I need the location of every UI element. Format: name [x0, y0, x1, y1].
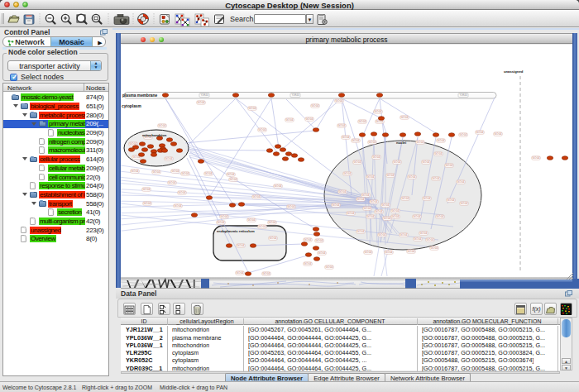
svg-text:GO:04: GO:04 [338, 124, 346, 127]
svg-text:GO:04: GO:04 [457, 180, 465, 184]
svg-text:GO:04: GO:04 [153, 170, 160, 174]
svg-text:GO:04: GO:04 [394, 160, 401, 164]
svg-text:GO:04: GO:04 [357, 198, 365, 201]
svg-text:GO:04: GO:04 [401, 116, 409, 119]
svg-text:GO:04: GO:04 [172, 170, 179, 173]
svg-text:GO:04: GO:04 [326, 265, 333, 269]
svg-text:GO:04: GO:04 [375, 110, 382, 113]
svg-text:GO:04: GO:04 [263, 272, 270, 275]
svg-text:GO:04: GO:04 [533, 156, 540, 160]
svg-text:GO:04: GO:04 [373, 155, 380, 159]
svg-text:GO:04: GO:04 [371, 200, 378, 203]
svg-text:GO:04: GO:04 [437, 215, 444, 218]
svg-text:mitochondrion: mitochondrion [142, 133, 167, 137]
svg-text:GO:04: GO:04 [198, 101, 205, 104]
svg-text:GO:04: GO:04 [249, 107, 256, 110]
svg-text:GO:04: GO:04 [433, 177, 440, 180]
svg-text:GO:04: GO:04 [205, 172, 213, 175]
svg-text:unassigned: unassigned [504, 69, 524, 74]
svg-text:GO:04: GO:04 [342, 136, 350, 139]
svg-text:GO:04: GO:04 [376, 210, 383, 213]
svg-text:GO:04: GO:04 [402, 197, 409, 200]
svg-text:GO:04: GO:04 [376, 120, 384, 123]
svg-text:GO:04: GO:04 [400, 233, 408, 237]
svg-text:GO:04: GO:04 [304, 238, 312, 241]
svg-text:YLR44: YLR44 [200, 93, 208, 97]
svg-text:GO:04: GO:04 [288, 205, 295, 208]
svg-text:GO:04: GO:04 [364, 207, 371, 210]
svg-text:GO:04: GO:04 [417, 141, 424, 144]
svg-text:GO:04: GO:04 [409, 175, 416, 179]
svg-text:GO:04: GO:04 [408, 250, 415, 253]
svg-text:GO:04: GO:04 [179, 191, 186, 194]
svg-text:GO:04: GO:04 [182, 172, 189, 175]
svg-text:GO:04: GO:04 [447, 198, 455, 202]
svg-text:GO:04: GO:04 [270, 237, 277, 240]
svg-text:GO:04: GO:04 [352, 139, 360, 142]
svg-text:GO:04: GO:04 [248, 218, 256, 222]
svg-text:GO:04: GO:04 [259, 225, 266, 228]
svg-text:GO:04: GO:04 [379, 233, 386, 237]
svg-text:GO:04: GO:04 [143, 188, 151, 191]
svg-text:GO:04: GO:04 [369, 141, 376, 144]
svg-text:GO:04: GO:04 [169, 181, 176, 184]
svg-text:GO:04: GO:04 [259, 128, 266, 131]
svg-text:GO:04: GO:04 [385, 251, 393, 254]
svg-text:GO:04: GO:04 [414, 237, 422, 241]
svg-text:GO:04: GO:04 [367, 175, 375, 179]
svg-text:cytoplasm: cytoplasm [122, 104, 141, 108]
svg-text:GO:04: GO:04 [392, 209, 400, 213]
svg-text:GO:04: GO:04 [423, 160, 430, 164]
svg-text:GO:04: GO:04 [227, 173, 235, 176]
svg-text:GO:04: GO:04 [275, 184, 282, 188]
svg-text:GO:04: GO:04 [367, 215, 375, 218]
svg-text:YLR44: YLR44 [459, 93, 467, 97]
svg-text:GO:04: GO:04 [312, 104, 319, 108]
svg-text:GO:04: GO:04 [362, 194, 370, 197]
svg-text:GO:04: GO:04 [427, 238, 434, 241]
svg-text:GO:04: GO:04 [218, 221, 225, 224]
svg-text:GO:04: GO:04 [237, 271, 244, 275]
svg-text:GO:04: GO:04 [336, 99, 343, 103]
svg-text:GO:04: GO:04 [387, 174, 395, 177]
svg-text:YLR44: YLR44 [291, 93, 299, 97]
svg-text:GO:04: GO:04 [269, 221, 276, 224]
svg-text:GO:04: GO:04 [316, 239, 323, 242]
svg-text:GO:04: GO:04 [132, 170, 139, 173]
svg-text:GO:04: GO:04 [420, 232, 428, 235]
svg-text:GO:04: GO:04 [230, 178, 237, 181]
svg-text:GO:04: GO:04 [359, 120, 366, 123]
svg-text:GO:04: GO:04 [253, 195, 261, 198]
svg-text:GO:04: GO:04 [438, 139, 445, 142]
svg-text:GO:04: GO:04 [306, 117, 313, 121]
svg-text:GO:04: GO:04 [159, 124, 166, 127]
svg-text:GO:04: GO:04 [165, 157, 173, 160]
svg-text:plasma membrane: plasma membrane [122, 93, 157, 98]
svg-text:endoplasmic reticulum: endoplasmic reticulum [217, 229, 255, 233]
svg-text:GO:04: GO:04 [344, 172, 352, 175]
svg-text:GO:04: GO:04 [382, 203, 390, 207]
svg-text:GO:04: GO:04 [365, 251, 372, 254]
svg-text:GO:04: GO:04 [347, 212, 355, 215]
svg-text:GO:04: GO:04 [175, 204, 182, 208]
svg-text:GO:04: GO:04 [221, 215, 228, 218]
svg-text:GO:04: GO:04 [431, 246, 438, 250]
svg-text:GO:04: GO:04 [304, 262, 312, 265]
svg-text:GO:04: GO:04 [237, 244, 245, 247]
svg-text:GO:04: GO:04 [339, 190, 347, 194]
svg-text:GO:04: GO:04 [460, 133, 467, 136]
svg-text:GO:04: GO:04 [318, 251, 326, 255]
svg-text:GO:04: GO:04 [286, 118, 294, 122]
svg-text:GO:04: GO:04 [461, 202, 468, 205]
svg-text:GO:04: GO:04 [392, 215, 400, 218]
svg-text:GO:04: GO:04 [384, 217, 391, 220]
svg-text:GO:04: GO:04 [495, 132, 502, 136]
svg-text:GO:04: GO:04 [144, 202, 151, 205]
svg-text:GO:04: GO:04 [423, 197, 431, 200]
svg-text:GO:04: GO:04 [435, 152, 443, 155]
svg-text:GO:04: GO:04 [476, 131, 484, 134]
svg-text:GO:04: GO:04 [354, 160, 361, 164]
svg-text:GO:04: GO:04 [414, 215, 421, 218]
svg-text:GO:04: GO:04 [446, 164, 453, 167]
svg-text:GO:04: GO:04 [357, 230, 365, 233]
